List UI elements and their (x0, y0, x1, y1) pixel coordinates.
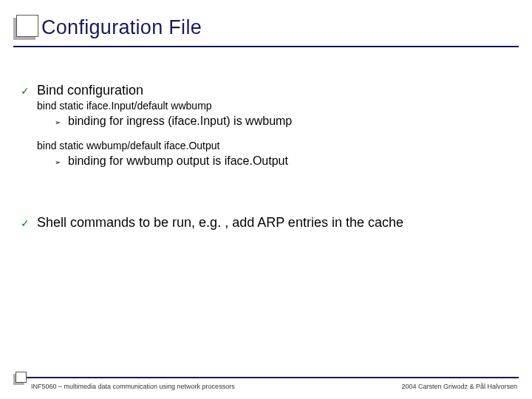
spacer (21, 180, 511, 215)
footer-right: 2004 Carsten Griwodz & Pål Halvorsen (401, 383, 517, 390)
footer-line (13, 377, 519, 378)
bullet-2: ✓ Shell commands to be run, e.g. , add A… (21, 215, 511, 231)
config-line-1: bind static iface.Input/default wwbump (37, 100, 511, 112)
sub-2: ➢ binding for wwbump output is iface.Out… (55, 154, 511, 168)
footer-box-front (16, 372, 27, 383)
config-line-2: bind static wwbump/default iface.Output (37, 140, 511, 151)
check-icon: ✓ (21, 217, 31, 229)
footer-left: INF5060 – multimedia data communication … (31, 383, 235, 390)
title-underline (13, 46, 519, 47)
arrow-icon: ➢ (55, 158, 61, 166)
footer-box-decor (13, 372, 27, 385)
slide-title: Configuration File (41, 16, 202, 39)
title-bar: Configuration File (13, 9, 519, 46)
bullet-1-text: Bind configuration (37, 83, 143, 98)
arrow-icon: ➢ (55, 118, 61, 126)
check-icon: ✓ (21, 85, 31, 97)
bullet-2-text: Shell commands to be run, e.g. , add ARP… (37, 215, 403, 231)
slide: Configuration File ✓ Bind configuration … (0, 0, 532, 399)
sub-2-text: binding for wwbump output is iface.Outpu… (68, 154, 288, 168)
bullet-1: ✓ Bind configuration (21, 83, 511, 98)
title-box-decor (13, 15, 38, 40)
content-area: ✓ Bind configuration bind static iface.I… (21, 83, 511, 232)
sub-1: ➢ binding for ingress (iface.Input) is w… (55, 115, 511, 128)
sub-1-text: binding for ingress (iface.Input) is wwb… (68, 115, 292, 128)
title-box-front (16, 15, 38, 37)
